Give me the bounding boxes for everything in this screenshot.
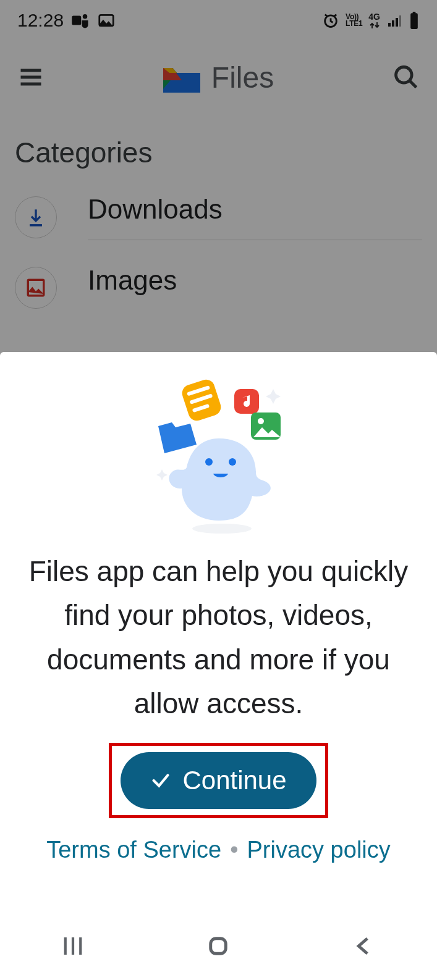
privacy-policy-link[interactable]: Privacy policy [247,837,390,863]
separator-dot: • [230,837,238,863]
svg-rect-27 [211,939,226,954]
files-mascot-illustration [151,377,287,537]
check-icon [150,770,171,791]
continue-button[interactable]: Continue [121,752,316,809]
svg-point-18 [258,418,264,424]
legal-links: Terms of Service • Privacy policy [46,837,391,863]
permission-message: Files app can help you quickly find your… [25,550,412,726]
svg-point-23 [192,524,252,534]
terms-of-service-link[interactable]: Terms of Service [46,837,221,863]
svg-rect-22 [213,468,228,474]
back-button[interactable] [351,933,377,959]
home-button[interactable] [205,933,231,959]
svg-point-19 [205,458,213,466]
system-nav-bar [0,912,437,980]
tutorial-highlight: Continue [109,743,328,818]
continue-label: Continue [182,766,286,795]
svg-point-20 [229,458,236,466]
recents-button[interactable] [60,933,86,959]
permission-sheet: Files app can help you quickly find your… [0,352,437,980]
